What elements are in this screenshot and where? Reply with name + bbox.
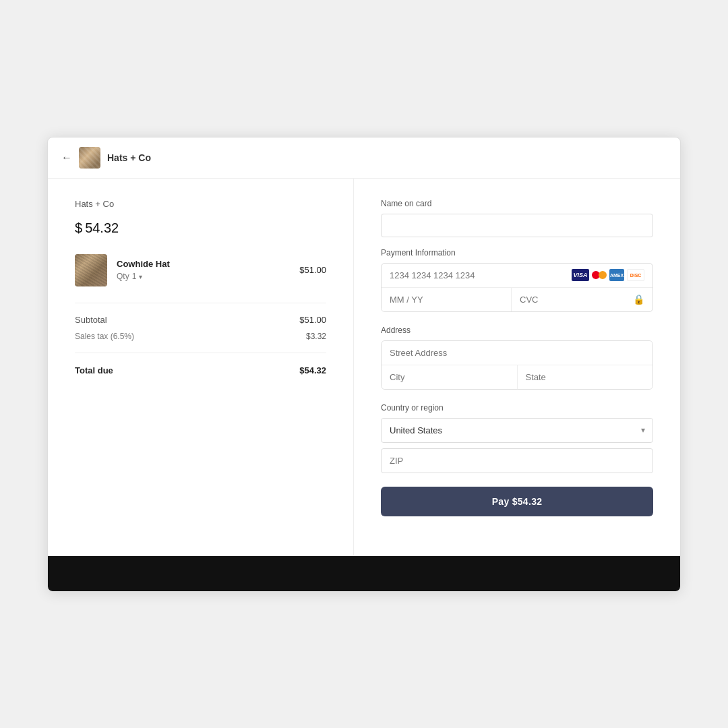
city-input[interactable] bbox=[382, 365, 518, 389]
subtotal-row: Subtotal $51.00 bbox=[75, 311, 326, 328]
footer-bar bbox=[48, 556, 680, 591]
tax-row: Sales tax (6.5%) $3.32 bbox=[75, 328, 326, 344]
total-due-row: Total due $54.32 bbox=[75, 361, 326, 380]
qty-label: Qty bbox=[117, 272, 129, 281]
currency-symbol: $ bbox=[75, 220, 82, 235]
city-state-row bbox=[382, 365, 653, 389]
cvc-row: 🔒 bbox=[512, 288, 653, 311]
card-number-row: VISA AMEX DISC bbox=[382, 264, 653, 288]
divider-2 bbox=[75, 353, 326, 353]
product-row: Cowhide Hat Qty 1 ▾ $51.00 bbox=[75, 254, 326, 286]
product-price: $51.00 bbox=[299, 265, 326, 275]
address-box bbox=[381, 340, 653, 390]
address-section: Address bbox=[381, 326, 653, 390]
divider-1 bbox=[75, 303, 326, 303]
cvc-card-icon: 🔒 bbox=[633, 294, 644, 305]
content: Hats + Co $54.32 Cowhide Hat Qty 1 ▾ bbox=[48, 179, 680, 556]
country-label: Country or region bbox=[381, 403, 653, 413]
expiry-input[interactable] bbox=[382, 288, 512, 311]
total-display: $54.32 bbox=[75, 213, 326, 238]
payment-form: Name on card Payment Information VISA AM… bbox=[354, 179, 680, 556]
total-due-label: Total due bbox=[75, 365, 113, 375]
payment-box: VISA AMEX DISC 🔒 bbox=[381, 263, 653, 312]
country-select[interactable]: United States bbox=[381, 418, 653, 443]
quantity-selector[interactable]: Qty 1 ▾ bbox=[117, 272, 290, 281]
qty-chevron-icon: ▾ bbox=[139, 273, 142, 280]
tax-value: $3.32 bbox=[306, 332, 326, 341]
pay-button[interactable]: Pay $54.32 bbox=[381, 487, 653, 516]
payment-label: Payment Information bbox=[381, 248, 653, 257]
discover-icon: DISC bbox=[627, 269, 644, 281]
card-icons: VISA AMEX DISC bbox=[572, 269, 644, 281]
zip-input[interactable] bbox=[381, 448, 653, 473]
subtotal-value: $51.00 bbox=[299, 315, 326, 325]
name-section: Name on card bbox=[381, 199, 653, 237]
product-thumbnail bbox=[75, 254, 107, 286]
store-name: Hats + Co bbox=[75, 199, 326, 209]
address-label: Address bbox=[381, 326, 653, 335]
cvc-input[interactable] bbox=[520, 295, 633, 305]
mastercard-icon bbox=[592, 269, 607, 281]
product-info: Cowhide Hat Qty 1 ▾ bbox=[117, 259, 290, 281]
subtotal-label: Subtotal bbox=[75, 315, 107, 325]
card-number-input[interactable] bbox=[390, 264, 572, 287]
qty-value: 1 bbox=[132, 272, 137, 281]
card-bottom-row: 🔒 bbox=[382, 288, 653, 311]
name-label: Name on card bbox=[381, 199, 653, 208]
total-value: 54.32 bbox=[85, 220, 119, 235]
header: ← Hats + Co bbox=[48, 138, 680, 179]
country-select-wrapper: United States ▾ bbox=[381, 418, 653, 443]
name-on-card-input[interactable] bbox=[381, 214, 653, 237]
back-button[interactable]: ← bbox=[61, 152, 72, 164]
order-summary: Hats + Co $54.32 Cowhide Hat Qty 1 ▾ bbox=[48, 179, 354, 556]
amex-icon: AMEX bbox=[609, 269, 624, 281]
state-input[interactable] bbox=[518, 365, 653, 389]
brand-logo bbox=[79, 147, 100, 169]
brand-name: Hats + Co bbox=[107, 152, 151, 163]
total-due-value: $54.32 bbox=[299, 365, 326, 375]
visa-icon: VISA bbox=[572, 269, 589, 281]
product-name: Cowhide Hat bbox=[117, 259, 290, 269]
street-address-input[interactable] bbox=[382, 341, 653, 365]
tax-label: Sales tax (6.5%) bbox=[75, 332, 134, 341]
payment-section: Payment Information VISA AMEX DISC bbox=[381, 248, 653, 312]
